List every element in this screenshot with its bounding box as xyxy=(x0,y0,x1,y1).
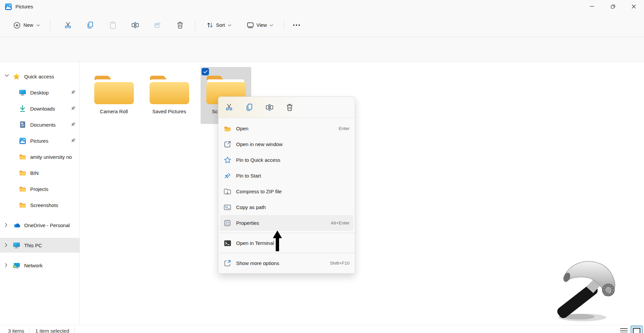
folder-icon xyxy=(19,153,26,160)
copy-button[interactable] xyxy=(243,101,256,114)
rename-icon xyxy=(131,22,139,28)
sidebar-item-documents[interactable]: Documents xyxy=(0,117,79,132)
minimize-icon xyxy=(590,4,594,8)
sort-button[interactable]: Sort xyxy=(203,18,235,32)
folder-icon xyxy=(19,185,26,193)
paste-icon xyxy=(110,21,116,29)
chevron-expanded-icon xyxy=(5,74,9,79)
context-menu-item-open-new-window[interactable]: Open in new window xyxy=(220,136,353,152)
context-menu-item-copy-as-path[interactable]: Copy as path xyxy=(220,199,353,215)
rename-button[interactable] xyxy=(263,101,276,114)
folder-icon xyxy=(148,72,191,106)
delete-button[interactable] xyxy=(172,18,188,32)
view-icon xyxy=(247,22,254,28)
pictures-icon xyxy=(19,137,26,144)
network-icon xyxy=(13,262,20,269)
pin-icon xyxy=(71,138,75,143)
copy-button[interactable] xyxy=(82,18,98,32)
chevron-collapsed-icon xyxy=(5,223,9,227)
more-options-icon xyxy=(293,24,294,26)
context-menu-item-pin-quick-access[interactable]: Pin to Quick access xyxy=(220,152,353,168)
properties-icon xyxy=(224,219,231,227)
context-menu-item-properties[interactable]: Properties Alt+Enter xyxy=(220,215,353,231)
view-button-label: View xyxy=(257,22,267,28)
hammer-image xyxy=(554,255,626,323)
sidebar-item-pictures[interactable]: Pictures xyxy=(0,133,79,148)
folder-icon xyxy=(19,169,26,177)
toolbar-divider xyxy=(195,20,195,30)
close-button[interactable] xyxy=(623,0,644,13)
status-bar: 3 items 1 item selected xyxy=(0,325,644,333)
pin-icon xyxy=(71,106,75,111)
desktop-icon xyxy=(19,89,26,96)
cut-button[interactable] xyxy=(222,101,236,114)
context-menu-item-pin-start[interactable]: Pin to Start xyxy=(220,168,353,184)
sort-icon xyxy=(207,22,213,28)
terminal-icon xyxy=(224,240,231,247)
chevron-collapsed-icon xyxy=(5,243,9,248)
pin-icon xyxy=(71,122,75,127)
chevron-down-icon xyxy=(36,24,40,26)
view-button[interactable]: View xyxy=(243,18,277,32)
sidebar-item-onedrive[interactable]: OneDrive - Personal xyxy=(0,218,79,232)
sidebar-item-this-pc[interactable]: This PC xyxy=(0,238,79,253)
context-menu-icon-row xyxy=(218,97,355,118)
share-icon xyxy=(154,22,161,28)
folder-tile-saved-pictures[interactable]: Saved Pictures xyxy=(144,67,195,124)
address-row: This PC Pictures xyxy=(0,37,644,62)
show-more-icon xyxy=(224,260,231,267)
thumbnail-view-icon xyxy=(631,326,643,333)
plus-circle-icon xyxy=(13,22,20,29)
sidebar-item-downloads[interactable]: Downloads xyxy=(0,101,79,116)
more-options-button[interactable] xyxy=(289,18,304,32)
document-icon xyxy=(19,121,26,128)
sidebar-item-screenshots[interactable]: Screenshots xyxy=(0,198,79,212)
restore-button[interactable] xyxy=(602,0,623,13)
delete-button[interactable] xyxy=(283,101,296,114)
context-menu-item-compress-zip[interactable]: Compress to ZIP file xyxy=(220,184,353,199)
pin-icon xyxy=(71,90,75,94)
sidebar-item-desktop[interactable]: Desktop xyxy=(0,85,79,100)
status-divider xyxy=(30,328,30,333)
items-count: 3 items xyxy=(8,328,24,333)
cut-button[interactable] xyxy=(60,18,76,32)
mouse-cursor-arrow xyxy=(273,230,282,251)
rename-button[interactable] xyxy=(127,18,143,32)
context-menu-item-open-terminal[interactable]: Open in Terminal xyxy=(220,235,353,251)
sidebar-item-bin[interactable]: BIN xyxy=(0,165,79,180)
share-button[interactable] xyxy=(150,18,166,32)
selection-count: 1 item selected xyxy=(35,328,69,333)
titlebar: Pictures xyxy=(0,0,644,13)
this-pc-icon xyxy=(13,242,20,249)
trash-icon xyxy=(177,21,183,29)
sidebar-item-quick-access[interactable]: Quick access xyxy=(0,69,79,84)
check-icon xyxy=(203,70,208,73)
new-button[interactable]: New xyxy=(9,18,45,32)
pin-outline-icon xyxy=(224,172,231,180)
paste-button[interactable] xyxy=(105,18,121,32)
folder-icon xyxy=(19,201,26,209)
copy-icon xyxy=(87,21,94,29)
sidebar-item-network[interactable]: Network xyxy=(0,258,79,273)
sidebar-item-projects[interactable]: Projects xyxy=(0,182,79,196)
checkbox-checked[interactable] xyxy=(202,68,209,75)
zip-folder-icon xyxy=(224,188,231,195)
menu-separator xyxy=(219,233,355,233)
menu-separator xyxy=(219,253,355,253)
trash-icon xyxy=(286,104,293,111)
context-menu-item-show-more[interactable]: Show more options Shift+F10 xyxy=(220,255,353,271)
sort-button-label: Sort xyxy=(216,22,225,28)
sidebar-item-amity-university[interactable]: amity university no xyxy=(0,149,79,164)
minimize-button[interactable] xyxy=(582,0,602,13)
star-icon xyxy=(13,73,20,80)
cut-icon xyxy=(64,22,71,29)
toolbar-divider xyxy=(284,20,284,30)
context-menu-item-open[interactable]: Open Enter xyxy=(220,121,353,136)
new-button-label: New xyxy=(23,22,33,28)
large-icons-view-button[interactable] xyxy=(631,326,643,333)
folder-tile-label: Camera Roll xyxy=(100,109,128,114)
cut-icon xyxy=(225,104,233,111)
rename-icon xyxy=(266,104,273,111)
details-view-button[interactable] xyxy=(620,328,628,333)
folder-tile-camera-roll[interactable]: Camera Roll xyxy=(89,67,139,124)
